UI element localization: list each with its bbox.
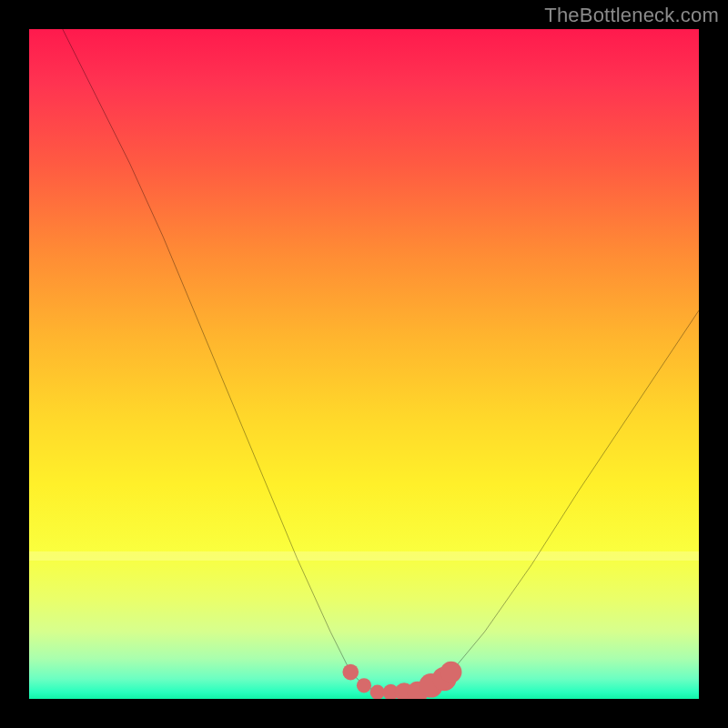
curve-layer: [29, 29, 699, 699]
chart-frame: TheBottleneck.com: [0, 0, 728, 728]
fit-marker: [342, 664, 359, 681]
fit-marker: [440, 662, 462, 683]
bottleneck-curve: [63, 29, 699, 693]
fit-marker: [370, 685, 385, 699]
plot-area: [29, 29, 699, 699]
fit-marker: [357, 678, 371, 693]
fit-region-markers: [342, 662, 461, 699]
watermark-text: TheBottleneck.com: [544, 4, 719, 27]
